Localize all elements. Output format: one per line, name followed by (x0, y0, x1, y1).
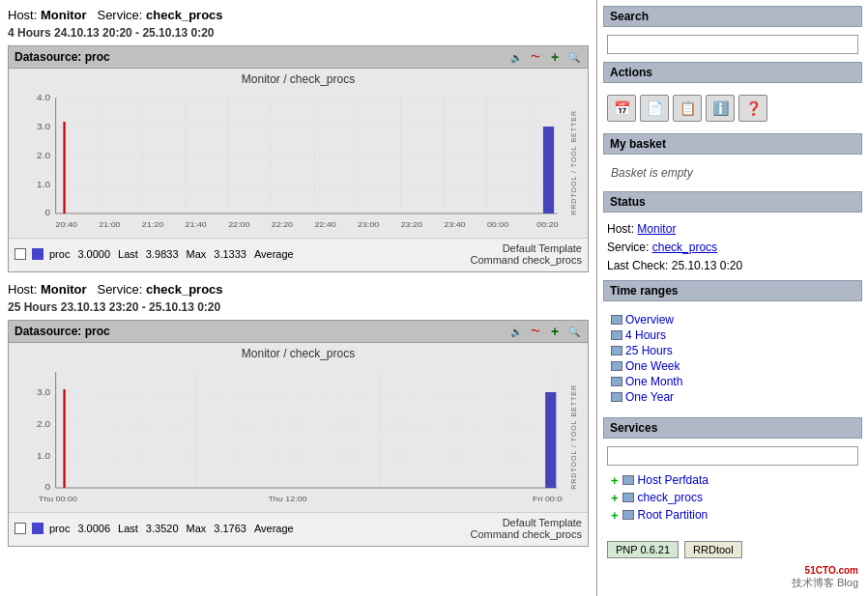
service-label-2: Service: (97, 282, 142, 297)
list-item: One Year (611, 390, 854, 404)
svg-text:22:00: 22:00 (228, 219, 250, 228)
host-name-2: Monitor (41, 282, 87, 297)
svg-text:0: 0 (44, 482, 50, 492)
legend-template-1: Default Template (300, 242, 582, 254)
tr-icon (611, 330, 622, 340)
basket-body: Basket is empty (603, 158, 862, 191)
datasource-icons-1: 🔊 〜 + 🔍 (508, 49, 582, 65)
status-service-link[interactable]: check_procs (652, 241, 717, 254)
time-range-label-2: 25 Hours 23.10.13 23:20 - 25.10.13 0:20 (8, 300, 589, 314)
plus-icon-2[interactable]: + (547, 324, 563, 339)
chart-legend-2: proc 3.0006 Last 3.3520 Max 3.1763 Avera… (9, 512, 588, 546)
watermark-site: 51CTO.com (805, 565, 858, 576)
services-search-input[interactable] (607, 446, 858, 466)
tr-overview-link[interactable]: Overview (611, 313, 854, 326)
action-copy-btn[interactable]: 📋 (673, 95, 702, 122)
actions-body: 📅 📄 📋 ℹ️ ❓ (603, 87, 862, 133)
legend-checkbox-2[interactable] (14, 523, 26, 534)
svc-checkprocs-link[interactable]: check_procs (638, 491, 703, 504)
svc-hostperfdata-link[interactable]: Host Perfdata (638, 473, 709, 487)
y-axis-label-1: RRDTOOL / TOOL BETTER (570, 110, 577, 215)
svg-rect-46 (545, 392, 556, 488)
host-label-1: Host: (8, 8, 37, 22)
legend-checkbox-1[interactable] (14, 248, 26, 260)
left-panel: Host: Monitor Service: check_procs 4 Hou… (0, 0, 597, 596)
tr-4hours-link[interactable]: 4 Hours (611, 328, 854, 342)
chart-svg-1: 0 1.0 2.0 3.0 4.0 (13, 88, 563, 238)
chart-svg-2: 0 1.0 2.0 3.0 (13, 362, 563, 512)
time-ranges-header: Time ranges (603, 280, 862, 301)
legend-template-2: Default Template (300, 517, 582, 528)
svg-text:Thu 00:00: Thu 00:00 (39, 494, 77, 502)
legend-command-1: Command check_procs (300, 254, 582, 266)
status-lastcheck-value: 25.10.13 0:20 (672, 259, 742, 272)
tr-oneyear-label: One Year (625, 390, 674, 404)
plus-icon-1[interactable]: + (547, 49, 563, 65)
svc-graph-icon-1 (622, 475, 634, 485)
tr-25hours-label: 25 Hours (625, 344, 673, 357)
action-info-btn[interactable]: ℹ️ (706, 95, 735, 122)
svg-text:4.0: 4.0 (37, 93, 50, 102)
svg-text:3.0: 3.0 (37, 122, 50, 131)
rrd-btn[interactable]: RRDtool (684, 541, 742, 558)
svg-text:Thu 12:00: Thu 12:00 (268, 494, 306, 502)
service-label-1: Service: (97, 8, 142, 22)
y-axis-label-2: RRDTOOL / TOOL BETTER (570, 384, 577, 490)
action-help-btn[interactable]: ❓ (738, 95, 767, 122)
svg-text:23:00: 23:00 (358, 219, 380, 228)
host-name-1: Monitor (41, 8, 87, 22)
search-input[interactable] (607, 35, 858, 54)
time-ranges-list: Overview 4 Hours 25 Hours (607, 309, 858, 410)
wave-icon-1[interactable]: 〜 (528, 49, 543, 65)
legend-stats-1: proc 3.0000 Last 3.9833 Max 3.1333 Avera… (49, 248, 294, 260)
time-ranges-body: Overview 4 Hours 25 Hours (603, 305, 862, 417)
datasource-header-2: Datasource: proc 🔊 〜 + 🔍 (9, 321, 588, 343)
datasource-header-1: Datasource: proc 🔊 〜 + 🔍 (9, 46, 588, 69)
status-body: Host: Monitor Service: check_procs Last … (603, 216, 862, 280)
speaker-icon-2[interactable]: 🔊 (508, 324, 524, 339)
action-calendar-btn[interactable]: 📅 (607, 95, 636, 122)
svc-plus-icon-1: + (611, 473, 619, 488)
svg-text:20:40: 20:40 (56, 219, 78, 228)
svg-text:21:00: 21:00 (99, 219, 121, 228)
tr-oneyear-link[interactable]: One Year (611, 390, 854, 404)
action-pdf-btn[interactable]: 📄 (640, 95, 669, 122)
services-body: + Host Perfdata + check_procs + Root Par… (603, 442, 862, 535)
chart-title-2: Monitor / check_procs (13, 347, 584, 360)
pnp-btn[interactable]: PNP 0.6.21 (607, 541, 679, 558)
speaker-icon-1[interactable]: 🔊 (508, 49, 524, 65)
tr-25hours-link[interactable]: 25 Hours (611, 344, 854, 357)
tr-icon (611, 346, 622, 355)
chart-title-1: Monitor / check_procs (13, 72, 584, 86)
service-name-2: check_procs (146, 282, 223, 297)
actions-header: Actions (603, 62, 862, 83)
svg-text:2.0: 2.0 (37, 419, 50, 429)
svc-rootpartition-link[interactable]: Root Partition (638, 508, 709, 522)
svg-rect-12 (543, 127, 554, 213)
tr-onemonth-link[interactable]: One Month (611, 375, 854, 388)
time-range-label-1: 4 Hours 24.10.13 20:20 - 25.10.13 0:20 (8, 26, 589, 40)
zoom-icon-1[interactable]: 🔍 (566, 49, 582, 65)
status-lastcheck-row: Last Check: 25.10.13 0:20 (607, 257, 858, 275)
tr-oneweek-link[interactable]: One Week (611, 359, 854, 373)
tr-overview-label: Overview (625, 313, 674, 326)
services-header: Services (603, 417, 862, 439)
wave-icon-2[interactable]: 〜 (528, 324, 543, 339)
basket-text: Basket is empty (607, 162, 858, 184)
svg-text:21:20: 21:20 (142, 219, 164, 228)
status-host-row: Host: Monitor (607, 220, 858, 239)
search-header: Search (603, 6, 862, 27)
status-service-row: Service: check_procs (607, 239, 858, 257)
actions-row: 📅 📄 📋 ℹ️ ❓ (607, 91, 858, 126)
list-item: Overview (611, 313, 854, 326)
svg-text:1.0: 1.0 (37, 180, 50, 189)
svg-text:Fri 00:00: Fri 00:00 (533, 494, 563, 502)
list-item: + Root Partition (611, 508, 854, 523)
search-body (603, 31, 862, 62)
host-service-title-2: Host: Monitor Service: check_procs (8, 282, 589, 297)
zoom-icon-2[interactable]: 🔍 (566, 324, 582, 339)
datasource-title-2: Datasource: proc (14, 325, 110, 338)
tr-icon (611, 361, 622, 371)
datasource-title-1: Datasource: proc (14, 50, 110, 64)
status-host-link[interactable]: Monitor (637, 222, 676, 236)
